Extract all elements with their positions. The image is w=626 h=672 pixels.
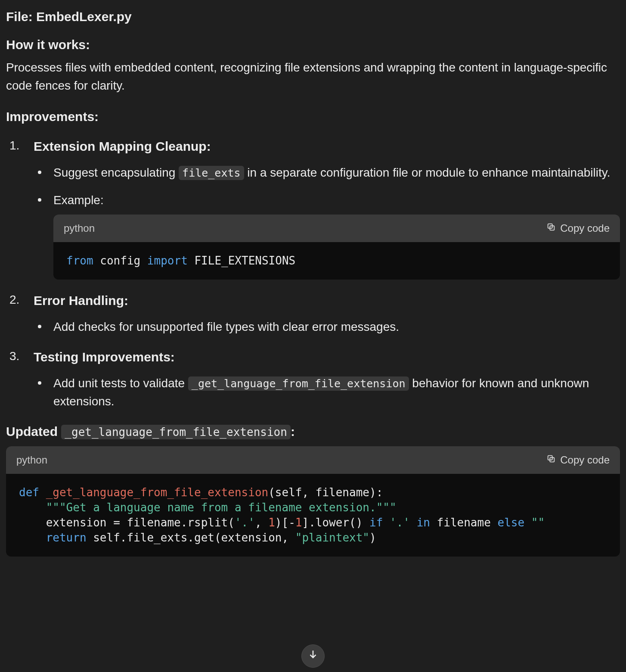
token: ].lower() xyxy=(302,516,369,529)
copy-icon xyxy=(546,452,556,468)
token-keyword: else xyxy=(497,516,524,529)
copy-code-button[interactable]: Copy code xyxy=(546,452,610,468)
text: Suggest encapsulating xyxy=(53,166,179,179)
token xyxy=(383,516,390,529)
token-keyword: return xyxy=(46,531,87,544)
token xyxy=(19,531,46,544)
list-item: Add unit tests to validate _get_language… xyxy=(34,374,620,411)
improvement-item-testing: Testing Improvements: Add unit tests to … xyxy=(6,347,620,411)
improvement-title: Extension Mapping Cleanup: xyxy=(34,137,620,156)
code-block: python Copy code from config import FILE… xyxy=(53,215,620,280)
inline-code: file_exts xyxy=(179,166,244,180)
updated-heading: Updated _get_language_from_file_extensio… xyxy=(6,422,620,441)
improvements-list: Extension Mapping Cleanup: Suggest encap… xyxy=(6,137,620,411)
message-body: File: EmbedLexer.py How it works: Proces… xyxy=(0,0,626,557)
token-string: "" xyxy=(531,516,545,529)
how-it-works-heading: How it works: xyxy=(6,35,620,54)
improvement-item-error-handling: Error Handling: Add checks for unsupport… xyxy=(6,291,620,336)
code-lang-label: python xyxy=(16,452,47,468)
file-heading: File: EmbedLexer.py xyxy=(6,7,620,26)
improvement-bullets: Suggest encapsulating file_exts in a sep… xyxy=(34,164,620,280)
token xyxy=(19,516,46,529)
token-keyword: import xyxy=(147,254,188,267)
improvement-bullets: Add unit tests to validate _get_language… xyxy=(34,374,620,411)
inline-code: _get_language_from_file_extension xyxy=(188,376,409,391)
token-string: "plaintext" xyxy=(295,531,369,544)
token: extension = filename.rsplit( xyxy=(46,516,235,529)
improvement-title: Error Handling: xyxy=(34,291,620,310)
code-block: python Copy code def _get_language_from_… xyxy=(6,446,620,557)
list-item: Add checks for unsupported file types wi… xyxy=(34,318,620,336)
token: self.file_exts.get(extension, xyxy=(87,531,295,544)
token xyxy=(524,516,531,529)
code-lang-label: python xyxy=(64,221,95,236)
file-heading-prefix: File: xyxy=(6,9,36,24)
token: )[- xyxy=(275,516,295,529)
improvement-bullets: Add checks for unsupported file types wi… xyxy=(34,318,620,336)
token-string: '.' xyxy=(235,516,255,529)
token: FILE_EXTENSIONS xyxy=(188,254,295,267)
text: Updated xyxy=(6,424,61,439)
token-keyword: from xyxy=(66,254,93,267)
token-string: '.' xyxy=(390,516,410,529)
scroll-to-bottom-button[interactable] xyxy=(301,644,325,668)
text: in a separate configuration file or modu… xyxy=(244,166,611,179)
token-keyword: def xyxy=(19,486,39,499)
code-content[interactable]: from config import FILE_EXTENSIONS xyxy=(53,242,620,280)
token xyxy=(19,501,46,514)
token xyxy=(39,486,46,499)
copy-icon xyxy=(546,221,556,236)
token: ) xyxy=(369,531,376,544)
arrow-down-icon xyxy=(307,647,319,665)
token: , xyxy=(255,516,268,529)
token xyxy=(410,516,417,529)
token-function: _get_language_from_file_extension xyxy=(46,486,269,499)
copy-code-label: Copy code xyxy=(560,452,610,468)
token-number: 1 xyxy=(295,516,302,529)
text: Add unit tests to validate xyxy=(53,376,188,390)
token-keyword: if xyxy=(369,516,383,529)
list-item: Suggest encapsulating file_exts in a sep… xyxy=(34,164,620,182)
token-number: 1 xyxy=(268,516,275,529)
improvements-heading: Improvements: xyxy=(6,107,620,126)
text: : xyxy=(291,424,295,439)
code-content[interactable]: def _get_language_from_file_extension(se… xyxy=(6,474,620,557)
how-it-works-body: Processes files with embedded content, r… xyxy=(6,59,620,95)
copy-code-label: Copy code xyxy=(560,221,610,236)
token: filename xyxy=(430,516,498,529)
inline-code: _get_language_from_file_extension xyxy=(61,425,291,439)
token-string: """Get a language name from a filename e… xyxy=(46,501,397,514)
token-keyword: in xyxy=(417,516,430,529)
file-heading-name: EmbedLexer.py xyxy=(36,9,132,24)
token: config xyxy=(93,254,147,267)
improvement-title: Testing Improvements: xyxy=(34,347,620,367)
improvement-item-ext-mapping: Extension Mapping Cleanup: Suggest encap… xyxy=(6,137,620,280)
list-item: Example: python Copy code from config xyxy=(34,191,620,280)
copy-code-button[interactable]: Copy code xyxy=(546,221,610,236)
code-block-header: python Copy code xyxy=(53,215,620,242)
text: Add checks for unsupported file types wi… xyxy=(53,320,399,333)
token: (self, filename): xyxy=(268,486,383,499)
text: Example: xyxy=(53,193,104,207)
code-block-header: python Copy code xyxy=(6,446,620,474)
